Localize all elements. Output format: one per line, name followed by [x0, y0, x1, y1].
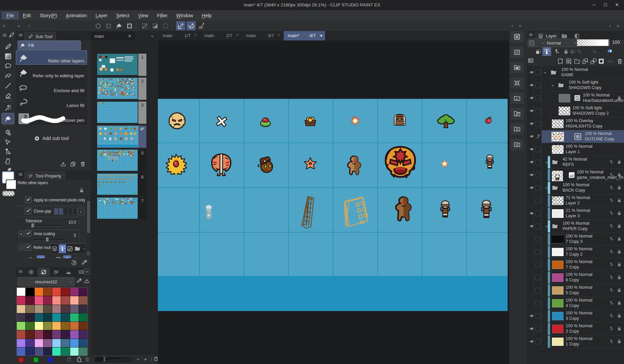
swatch-8a6016[interactable] [61, 322, 69, 330]
fill-tool-button[interactable] [114, 21, 123, 30]
swatch-3c1224[interactable] [44, 330, 52, 338]
tab-sub-tool[interactable]: Sub Tool [24, 32, 56, 40]
layer-name[interactable]: SHADOWS Copy [569, 85, 601, 90]
swatch-8e3c10[interactable] [44, 288, 52, 296]
add-subtool-button[interactable]: Add sub tool [16, 131, 87, 146]
opacity-slider[interactable] [577, 39, 609, 46]
curve-pen-button[interactable] [187, 21, 196, 30]
lock-pixels-icon[interactable] [569, 47, 577, 56]
swatch-12909a[interactable] [52, 313, 61, 321]
refer-folder-icon[interactable] [74, 244, 82, 253]
layer-checkbox[interactable] [535, 301, 541, 306]
tolerance-spinner[interactable] [78, 220, 81, 225]
refer-layers-icon[interactable] [51, 244, 59, 253]
colorset-tab-circle[interactable] [25, 268, 37, 276]
close-panel-icon[interactable] [510, 31, 524, 43]
scroll-up-icon[interactable] [87, 196, 90, 199]
subrow-chk-icon[interactable] [54, 255, 62, 258]
page-manager-dropdown-icon[interactable] [150, 34, 154, 38]
swatch-621030[interactable] [26, 296, 34, 304]
replace-color-icon[interactable] [66, 357, 72, 362]
tool-balloon[interactable] [3, 61, 12, 71]
menu-storyp[interactable]: Story(P) [35, 12, 61, 19]
menu-layer[interactable]: Layer [91, 12, 112, 19]
swatch-e04438[interactable] [52, 288, 61, 296]
swatch-8b8a38[interactable] [44, 322, 52, 330]
maximize-button[interactable]: ◻ [600, 0, 611, 10]
swatch-ee5580[interactable] [35, 296, 43, 304]
delete-color-icon[interactable] [84, 357, 90, 362]
chevron-right-icon[interactable]: › [77, 208, 85, 215]
swatch-4c64c0[interactable] [17, 347, 25, 356]
checkbox-area-scaling[interactable] [25, 230, 31, 237]
page-thumbnail[interactable] [97, 149, 138, 172]
subrow-lock-icon[interactable] [72, 255, 80, 258]
transfer-down-icon[interactable] [582, 57, 589, 65]
swatch-ab9279[interactable] [35, 305, 43, 313]
chevron-down-icon[interactable] [544, 160, 549, 165]
layer-name[interactable]: REFS [563, 162, 574, 167]
swatch-eeabf0[interactable] [35, 339, 43, 347]
layer-thumbnail[interactable] [551, 324, 564, 334]
page-zoom-slider[interactable] [94, 357, 133, 363]
opacity-value[interactable]: 100 [610, 39, 620, 45]
layer-thumbnail[interactable] [551, 132, 564, 141]
page-item-3[interactable]: 3 [97, 102, 146, 124]
layer-name[interactable]: Layer 2 [566, 201, 580, 205]
page-thumbnail[interactable] [97, 173, 138, 196]
tool-wand[interactable] [3, 103, 12, 112]
layer-checkbox[interactable] [535, 224, 541, 229]
layer-name[interactable]: 7 Copy [566, 265, 579, 270]
swatch-7d6a4a[interactable] [26, 305, 34, 313]
layer-name[interactable]: PAPER Copy [563, 226, 588, 231]
swatch-42806c[interactable] [79, 347, 87, 356]
history-back-arrow[interactable]: « [18, 21, 20, 31]
reference-layer-icon[interactable] [542, 47, 551, 56]
layer-name[interactable]: SHADOWS Copy 2 [572, 111, 609, 116]
tab-tool-property[interactable]: Tool Property [24, 171, 65, 180]
import-subtool-icon[interactable] [60, 161, 66, 167]
menu-filter[interactable]: Filter [152, 12, 172, 19]
colorset-tab-sliders[interactable] [50, 268, 62, 276]
tool-pen[interactable] [3, 42, 12, 51]
minimize-button[interactable]: ─ [588, 0, 600, 10]
onion-skin-icon[interactable] [606, 57, 614, 65]
subtool-item-enclose-and-fill[interactable]: Enclose and fill [16, 80, 87, 95]
layer-thumbnail[interactable] [551, 247, 564, 257]
swatch-8fd0fa[interactable] [52, 339, 61, 347]
page-thumbnail[interactable] [97, 125, 138, 148]
swatch-07693c[interactable] [79, 313, 87, 321]
no-selection-button[interactable] [140, 21, 149, 30]
layer-name[interactable]: 3 Copy [566, 316, 579, 321]
page-thumbnail[interactable] [97, 78, 138, 100]
swatch-4c363c[interactable] [61, 305, 69, 313]
swatch-8c2244[interactable] [44, 296, 52, 304]
zoom-out-icon[interactable]: − [137, 356, 140, 362]
swatch-564c3b[interactable] [44, 305, 52, 313]
refer-chevron-icon[interactable] [82, 247, 86, 251]
chevron-down-icon[interactable] [544, 224, 549, 229]
swatch-1e2c5e[interactable] [26, 347, 34, 356]
layer-name[interactable]: 2 Copy [566, 329, 579, 334]
menu-edit[interactable]: Edit [19, 12, 35, 19]
swatch-0d5c68[interactable] [35, 313, 43, 321]
area-scaling-spinner[interactable] [78, 233, 81, 238]
subrow-flame-icon[interactable] [37, 255, 45, 258]
subtool-group-header[interactable]: Fill [18, 40, 81, 50]
layer-name[interactable]: 6 Copy [566, 278, 579, 282]
page-item-7[interactable]: 7 [97, 197, 146, 220]
swatch-4896e4[interactable] [70, 339, 79, 347]
page-item-6[interactable]: 6 [97, 173, 146, 196]
palette-select[interactable]: resurrect32 [18, 277, 75, 286]
ruler-pen-button[interactable] [176, 21, 185, 30]
layer-name[interactable]: GAME [561, 73, 574, 77]
layer-checkbox[interactable] [535, 83, 541, 88]
tolerance-value[interactable]: 10.0 [62, 220, 76, 225]
swatch-0b7e58[interactable] [61, 347, 69, 356]
layer-checkbox[interactable] [535, 147, 541, 152]
draft-layer-icon[interactable] [552, 47, 561, 56]
layer-name[interactable]: 7 Copy 2 [566, 252, 583, 257]
swatch-f68f82[interactable] [52, 296, 61, 304]
doc-tab-close-icon[interactable] [235, 33, 239, 37]
doc-tab-close-icon[interactable] [194, 33, 197, 37]
